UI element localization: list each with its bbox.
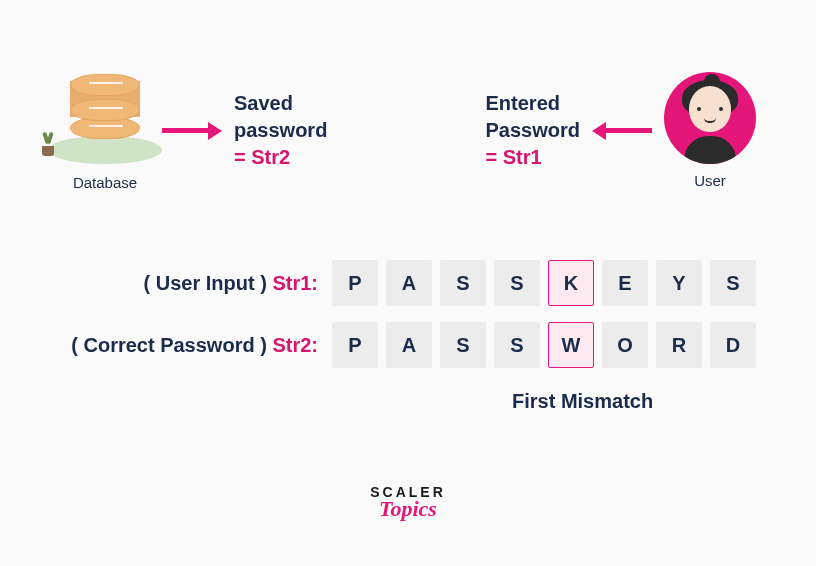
char-cell: P (332, 260, 378, 306)
char-cell: R (656, 322, 702, 368)
saved-line2: password (234, 117, 327, 144)
str2-label: ( Correct Password ) Str2: (71, 334, 318, 357)
arrow-right-icon (162, 122, 222, 140)
str1-var: Str1: (272, 272, 318, 294)
database-icon (60, 70, 150, 160)
saved-eq: = Str2 (234, 144, 327, 171)
user-avatar-icon (664, 72, 756, 164)
saved-line1: Saved (234, 90, 327, 117)
char-cell: K (548, 260, 594, 306)
string-comparison: ( User Input ) Str1: PASSKEYS ( Correct … (60, 260, 756, 384)
char-cell: W (548, 322, 594, 368)
database-figure: Database (60, 70, 150, 191)
database-group: Database Saved password = Str2 (60, 70, 327, 191)
char-cell: S (440, 260, 486, 306)
string-row-1: ( User Input ) Str1: PASSKEYS (60, 260, 756, 306)
char-cell: A (386, 260, 432, 306)
str2-paren: ( Correct Password ) (71, 334, 267, 356)
str1-paren: ( User Input ) (144, 272, 267, 294)
entered-line2: Password (486, 117, 580, 144)
user-group: Entered Password = Str1 User (486, 72, 756, 189)
entered-password-text: Entered Password = Str1 (486, 90, 580, 171)
user-figure: User (664, 72, 756, 189)
saved-password-text: Saved password = Str2 (234, 90, 327, 171)
char-cell: E (602, 260, 648, 306)
entered-eq: = Str1 (486, 144, 580, 171)
char-cell: Y (656, 260, 702, 306)
user-label: User (694, 172, 726, 189)
str2-var: Str2: (272, 334, 318, 356)
str1-cells: PASSKEYS (332, 260, 756, 306)
char-cell: S (440, 322, 486, 368)
arrow-left-icon (592, 122, 652, 140)
char-cell: S (494, 260, 540, 306)
char-cell: S (710, 260, 756, 306)
char-cell: O (602, 322, 648, 368)
top-row: Database Saved password = Str2 Entered P… (60, 70, 756, 191)
string-row-2: ( Correct Password ) Str2: PASSWORD (60, 322, 756, 368)
scaler-logo: SCALER Topics (370, 484, 446, 522)
str2-cells: PASSWORD (332, 322, 756, 368)
str1-label: ( User Input ) Str1: (144, 272, 318, 295)
char-cell: D (710, 322, 756, 368)
database-label: Database (73, 174, 137, 191)
entered-line1: Entered (486, 90, 580, 117)
char-cell: S (494, 322, 540, 368)
char-cell: P (332, 322, 378, 368)
first-mismatch-label: First Mismatch (512, 390, 653, 413)
char-cell: A (386, 322, 432, 368)
logo-line2: Topics (370, 496, 446, 522)
